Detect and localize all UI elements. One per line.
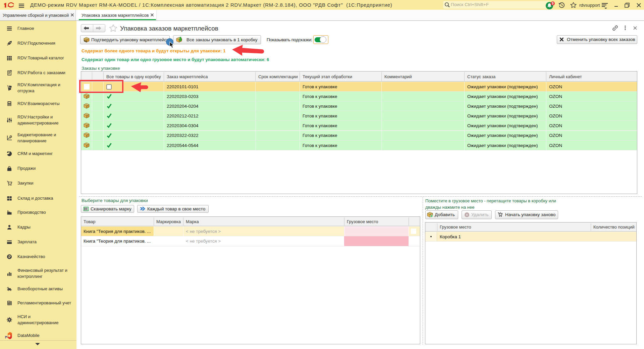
svg-text:9: 9: [552, 2, 554, 5]
svg-text:P: P: [10, 136, 12, 138]
